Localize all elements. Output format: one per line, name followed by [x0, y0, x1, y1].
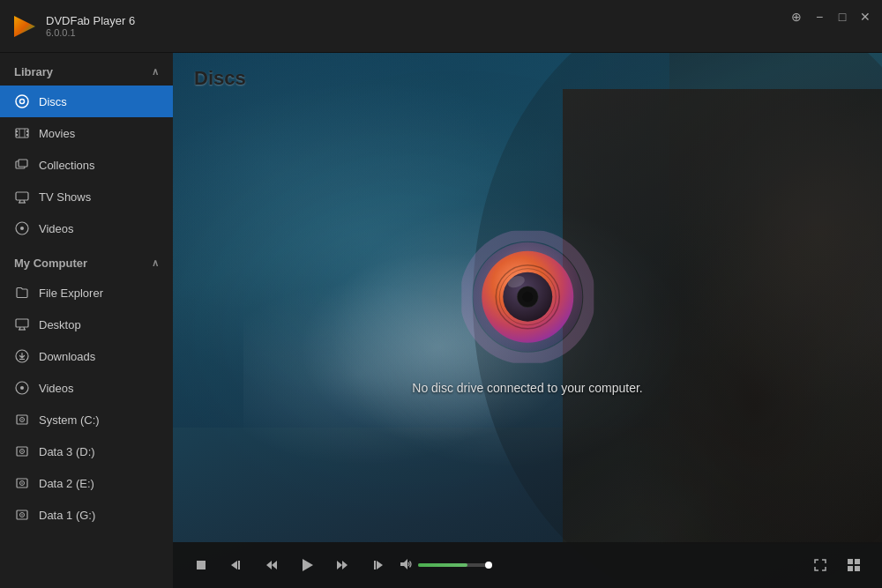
no-disc-message: No disc drive connected to your computer… [412, 380, 642, 394]
minimize-button[interactable]: − [810, 7, 829, 26]
dvdfab-logo-icon [11, 12, 39, 41]
library-section-header: Library ∧ [0, 53, 173, 86]
grid-view-button[interactable] [840, 551, 868, 579]
movies-label: Movies [39, 127, 75, 140]
svg-rect-4 [16, 130, 18, 132]
svg-rect-64 [855, 566, 860, 571]
volume-fill [418, 563, 467, 567]
svg-point-34 [21, 482, 23, 484]
svg-point-2 [20, 100, 25, 104]
desktop-label: Desktop [39, 318, 81, 331]
svg-rect-59 [374, 561, 376, 569]
svg-rect-52 [238, 561, 240, 569]
prev-chapter-button[interactable] [222, 551, 250, 579]
main-layout: Library ∧ Discs [0, 53, 882, 588]
volume-control [399, 557, 489, 574]
page-title: Discs [194, 67, 246, 90]
svg-rect-50 [197, 561, 206, 569]
svg-marker-58 [377, 561, 383, 569]
my-computer-label: My Computer [14, 257, 87, 270]
data2-e-icon [14, 475, 30, 491]
sidebar-item-movies[interactable]: Movies [0, 117, 173, 149]
svg-rect-7 [26, 134, 28, 136]
sidebar-item-system-c[interactable]: System (C:) [0, 404, 173, 435]
content-area: Discs [173, 53, 882, 588]
collections-label: Collections [39, 159, 95, 172]
discs-label: Discs [39, 95, 67, 108]
wifi-button[interactable]: ⊕ [787, 7, 806, 26]
collections-icon [14, 157, 30, 173]
file-explorer-icon [14, 285, 30, 301]
library-label: Library [14, 65, 53, 78]
svg-rect-5 [16, 134, 18, 136]
svg-marker-55 [303, 559, 313, 571]
tv-shows-icon [14, 189, 30, 205]
discs-icon [14, 93, 30, 109]
svg-marker-57 [342, 561, 348, 569]
desktop-icon [14, 316, 30, 332]
sidebar-item-tv-shows[interactable]: TV Shows [0, 181, 173, 212]
svg-rect-18 [16, 319, 28, 327]
view-controls [806, 551, 868, 579]
svg-point-48 [522, 291, 533, 301]
tv-shows-label: TV Shows [39, 190, 91, 204]
svg-rect-63 [848, 566, 853, 571]
volume-slider[interactable] [418, 563, 489, 567]
svg-rect-6 [26, 130, 28, 132]
stop-button[interactable] [187, 551, 215, 579]
svg-rect-3 [16, 129, 28, 138]
videos-computer-icon [14, 380, 30, 396]
svg-point-37 [21, 514, 23, 516]
movies-icon [14, 125, 30, 141]
sidebar-item-collections[interactable]: Collections [0, 149, 173, 181]
sidebar-item-data3-d[interactable]: Data 3 (D:) [0, 435, 173, 467]
data2-e-label: Data 2 (E:) [39, 477, 94, 490]
videos-library-label: Videos [39, 222, 74, 235]
play-button[interactable] [293, 551, 321, 579]
sidebar-item-file-explorer[interactable]: File Explorer [0, 277, 173, 309]
videos-computer-label: Videos [39, 382, 74, 395]
data1-g-icon [14, 507, 30, 523]
svg-marker-54 [272, 561, 277, 569]
disc-graphic [461, 230, 594, 362]
app-version: 6.0.0.1 [46, 27, 135, 38]
close-button[interactable]: ✕ [856, 7, 875, 26]
svg-point-25 [20, 386, 24, 390]
svg-marker-51 [231, 561, 237, 569]
maximize-button[interactable]: □ [833, 7, 852, 26]
svg-rect-12 [16, 192, 28, 200]
app-name-block: DVDFab Player 6 6.0.0.1 [46, 14, 135, 38]
app-name: DVDFab Player 6 [46, 14, 135, 27]
rewind-button[interactable] [258, 551, 286, 579]
my-computer-chevron-icon: ∧ [152, 257, 159, 269]
svg-marker-56 [337, 561, 342, 569]
sidebar-item-desktop[interactable]: Desktop [0, 309, 173, 340]
system-c-label: System (C:) [39, 413, 100, 427]
volume-icon [399, 557, 413, 574]
svg-marker-53 [266, 561, 272, 569]
window-controls: ⊕ − □ ✕ [787, 7, 875, 26]
sidebar: Library ∧ Discs [0, 53, 173, 588]
sidebar-item-discs[interactable]: Discs [0, 86, 173, 117]
next-chapter-button[interactable] [363, 551, 392, 579]
svg-point-31 [21, 450, 23, 452]
sidebar-item-videos-computer[interactable]: Videos [0, 372, 173, 404]
svg-marker-60 [400, 559, 407, 569]
downloads-label: Downloads [39, 350, 95, 363]
downloads-icon [14, 348, 30, 364]
volume-thumb [485, 562, 492, 569]
my-computer-section-header: My Computer ∧ [0, 244, 173, 277]
data1-g-label: Data 1 (G:) [39, 509, 95, 522]
svg-point-1 [16, 95, 28, 108]
sidebar-item-data2-e[interactable]: Data 2 (E:) [0, 467, 173, 499]
app-logo: DVDFab Player 6 6.0.0.1 [11, 12, 135, 41]
fullscreen-button[interactable] [806, 551, 834, 579]
fast-forward-button[interactable] [328, 551, 356, 579]
data3-d-icon [14, 443, 30, 459]
disc-container: No disc drive connected to your computer… [412, 230, 642, 394]
sidebar-item-data1-g[interactable]: Data 1 (G:) [0, 499, 173, 531]
file-explorer-label: File Explorer [39, 287, 103, 300]
svg-rect-61 [848, 559, 853, 564]
sidebar-item-downloads[interactable]: Downloads [0, 340, 173, 372]
sidebar-item-videos[interactable]: Videos [0, 212, 173, 244]
